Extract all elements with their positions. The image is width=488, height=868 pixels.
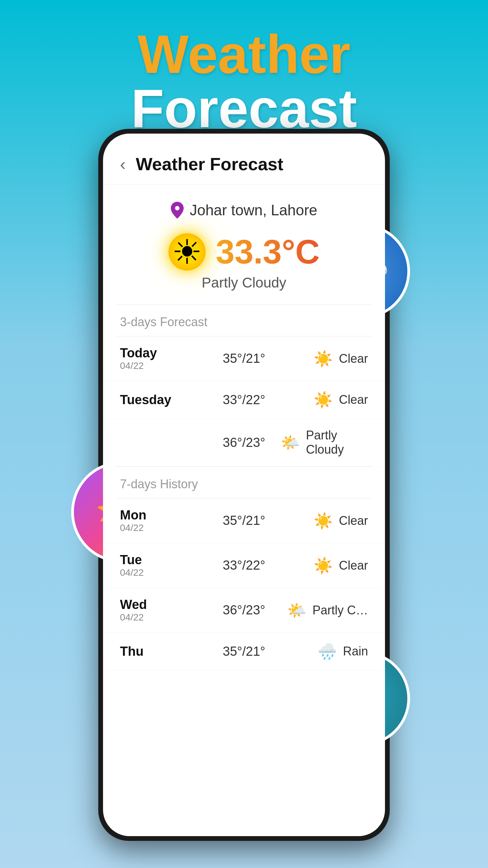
forecast-day-name-today: Today [120,346,207,360]
forecast-condition-today: Clear [339,352,368,366]
history-weather-mon: ☀️ Clear [281,512,368,530]
history-icon-wed: 🌤️ [287,601,306,619]
forecast-weather-today: ☀️ Clear [281,350,368,368]
history-condition-mon: Clear [339,514,368,528]
history-temp-tue: 33°/22° [207,558,280,573]
history-weather-thu: 🌧️ Rain [281,642,368,660]
forecast-row-tuesday: Tuesday 33°/22° ☀️ Clear [103,381,385,419]
current-sun-icon [168,233,206,271]
forecast-temp-today: 35°/21° [207,351,280,366]
forecast-icon-today: ☀️ [313,350,333,368]
history-day-name-tue: Tue [120,553,207,567]
forecast-row-wednesday: 36°/23° 🌤️ Partly Cloudy [103,419,385,467]
forecast-weather-wednesday: 🌤️ Partly Cloudy [281,428,368,457]
forecast-section-label: 3-days Forecast [103,305,385,336]
current-temperature: 33.3°C [216,232,320,271]
history-condition-tue: Clear [339,558,368,573]
forecast-condition-wednesday: Partly Cloudy [306,428,368,457]
forecast-temp-tuesday: 33°/22° [207,393,280,407]
history-weather-tue: ☀️ Clear [281,556,368,575]
forecast-icon-wednesday: 🌤️ [281,433,300,452]
history-section-label: 7-days History [103,467,385,498]
history-day-mon: Mon 04/22 [120,508,207,533]
forecast-day-tuesday: Tuesday [120,393,207,407]
history-day-wed: Wed 04/22 [120,597,207,623]
history-day-date-tue: 04/22 [120,567,207,578]
history-icon-mon: ☀️ [313,512,333,530]
forecast-icon-tuesday: ☀️ [313,391,333,409]
title-line1: Weather [0,27,488,81]
title-line2: Forecast [0,81,488,136]
app-header: ‹ Weather Forecast [103,134,385,185]
history-day-thu: Thu [120,644,207,659]
location-text: Johar town, Lahore [190,202,318,219]
forecast-temp-wednesday: 36°/23° [207,435,280,450]
forecast-row-today: Today 04/22 35°/21° ☀️ Clear [103,336,385,381]
history-day-name-mon: Mon [120,508,207,522]
history-temp-wed: 36°/23° [207,603,280,617]
forecast-day-date-today: 04/22 [120,360,207,371]
forecast-day-today: Today 04/22 [120,346,207,371]
history-day-name-wed: Wed [120,597,207,612]
back-button[interactable]: ‹ [120,154,126,174]
history-icon-thu: 🌧️ [318,642,337,660]
history-temp-thu: 35°/21° [207,644,280,659]
history-row-tue: Tue 04/22 33°/22° ☀️ Clear [103,543,385,588]
history-day-tue: Tue 04/22 [120,553,207,578]
current-condition: Partly Cloudy [103,275,385,291]
history-day-date-wed: 04/22 [120,612,207,623]
history-temp-mon: 35°/21° [207,513,280,528]
phone-frame: 🌧️ ⛅ ☁️ ‹ Weather Forecast Johar town, L… [98,129,390,841]
history-weather-wed: 🌤️ Partly C… [281,601,368,619]
history-day-date-mon: 04/22 [120,522,207,533]
phone-screen: ‹ Weather Forecast Johar town, Lahore 33… [103,134,385,836]
history-day-name-thu: Thu [120,644,207,659]
app-title: Weather Forecast [136,154,283,174]
location-row: Johar town, Lahore [103,202,385,219]
page-background-title: Weather Forecast [0,0,488,149]
forecast-day-name-tuesday: Tuesday [120,393,207,407]
forecast-condition-tuesday: Clear [339,393,368,407]
history-row-wed: Wed 04/22 36°/23° 🌤️ Partly C… [103,588,385,633]
location-pin-icon [171,202,184,219]
forecast-weather-tuesday: ☀️ Clear [281,391,368,409]
history-row-mon: Mon 04/22 35°/21° ☀️ Clear [103,498,385,543]
history-condition-thu: Rain [343,644,368,658]
history-icon-tue: ☀️ [313,556,333,575]
current-weather-row: 33.3°C [103,232,385,271]
history-row-thu: Thu 35°/21° 🌧️ Rain [103,633,385,670]
history-condition-wed: Partly C… [312,603,368,617]
